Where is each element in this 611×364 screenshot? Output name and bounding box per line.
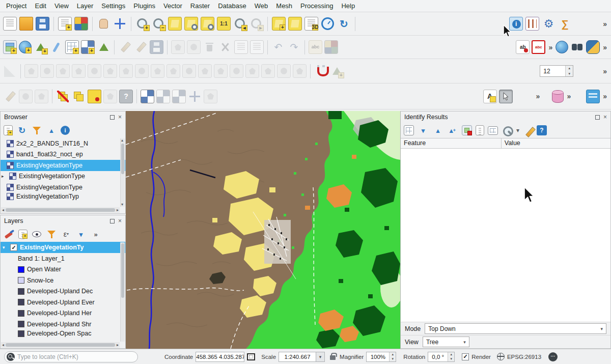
refresh-map-button[interactable]: ↻: [337, 17, 351, 31]
browser-item[interactable]: 2x2_2_BANDS_INT16_N: [1, 138, 125, 149]
add-wms-layer-button[interactable]: +: [81, 40, 95, 54]
layers-vertical-scrollbar[interactable]: [120, 242, 125, 342]
temporal-controller-button[interactable]: [321, 17, 335, 31]
cut-features-button[interactable]: [218, 40, 232, 54]
show-statistics-button[interactable]: ∑: [558, 17, 572, 31]
whats-this-button[interactable]: ?: [119, 90, 133, 103]
browser-refresh-icon[interactable]: ↻: [16, 125, 27, 136]
redo-button[interactable]: ↷: [287, 40, 301, 54]
toolbar4-overflow3-button[interactable]: »: [602, 90, 608, 103]
delete-selected-button[interactable]: [203, 40, 216, 54]
browser-properties-icon[interactable]: i: [61, 126, 70, 135]
view-combobox[interactable]: Tree▾: [423, 337, 469, 347]
copy-paste-style-button[interactable]: [72, 90, 86, 103]
add-postgis-layer-button[interactable]: +: [65, 40, 79, 54]
map-canvas[interactable]: [126, 111, 400, 349]
coordinate-input[interactable]: [196, 352, 244, 362]
rectangle-digitizing-button[interactable]: [35, 90, 48, 103]
save-project-button[interactable]: [36, 17, 49, 31]
font-size-spinner[interactable]: 12 ▴▾: [540, 65, 573, 77]
browser-add-layer-icon[interactable]: +: [4, 125, 13, 135]
browser-vertical-scrollbar[interactable]: ▴ ▾: [120, 138, 125, 207]
add-virtual-layer-button[interactable]: [97, 40, 110, 54]
menu-web[interactable]: Web: [251, 1, 272, 11]
identify-settings-icon[interactable]: [502, 125, 513, 136]
merge-features-button[interactable]: [214, 64, 228, 78]
new-3d-map-view-button[interactable]: 3D: [304, 17, 318, 31]
new-print-layout-button[interactable]: +: [58, 17, 72, 31]
menu-vector[interactable]: Vector: [159, 1, 186, 11]
menu-plugins[interactable]: Plugins: [129, 1, 159, 11]
zoom-next-button[interactable]: ▸: [249, 17, 263, 31]
pan-to-selection-button[interactable]: [113, 17, 127, 31]
feature-column-header[interactable]: Feature: [401, 138, 502, 148]
layer-diagram-button[interactable]: [324, 40, 338, 54]
crs-globe-icon[interactable]: [497, 353, 505, 360]
identify-settings-dropdown-icon[interactable]: ▾: [516, 127, 519, 133]
measure-tool-button[interactable]: [3, 64, 17, 78]
open-project-button[interactable]: [19, 17, 33, 31]
raster-calculator-button[interactable]: [141, 90, 154, 103]
rotation-input[interactable]: [428, 354, 448, 360]
identify-close-icon[interactable]: ×: [603, 114, 607, 120]
vertex-tool-button[interactable]: [187, 40, 201, 54]
simplify-feature-button[interactable]: [56, 64, 70, 78]
menu-database[interactable]: Database: [214, 1, 251, 11]
rotate-point-symbols-button[interactable]: [245, 64, 259, 78]
print-results-icon[interactable]: [488, 126, 498, 135]
lock-scale-icon[interactable]: [330, 355, 336, 360]
new-project-button[interactable]: [3, 17, 17, 31]
enable-tracing-button[interactable]: +: [330, 64, 344, 78]
zoom-to-selection-button[interactable]: [184, 17, 198, 31]
toolbar2-overflow-button[interactable]: »: [602, 40, 608, 54]
avoid-overlap-button[interactable]: [56, 90, 70, 103]
layers-close-icon[interactable]: ×: [118, 218, 122, 224]
browser-item[interactable]: ▸ ExistingVegetationType: [1, 171, 125, 182]
copy-features-button[interactable]: [234, 40, 248, 54]
circle-digitizing-button[interactable]: [19, 90, 33, 103]
toolbar4-overflow1-button[interactable]: »: [535, 90, 541, 103]
delete-part-button[interactable]: [135, 64, 149, 78]
browser-close-icon[interactable]: ×: [118, 114, 122, 120]
delete-ring-button[interactable]: [119, 64, 133, 78]
expand-chevron-icon[interactable]: ▸: [2, 174, 7, 179]
menu-raster[interactable]: Raster: [186, 1, 214, 11]
move-feature-button[interactable]: [24, 64, 38, 78]
scale-dropdown-icon[interactable]: ▾: [316, 352, 325, 362]
current-edits-button[interactable]: [118, 40, 132, 54]
help-icon[interactable]: ?: [537, 125, 547, 135]
zoom-to-layer-button[interactable]: [201, 17, 214, 31]
change-label-button[interactable]: [103, 90, 117, 103]
browser-item[interactable]: ExistingVegetationTyp: [1, 193, 125, 200]
add-raster-layer-button[interactable]: +: [19, 41, 32, 53]
locator-search[interactable]: [4, 351, 138, 362]
mode-combobox[interactable]: Top Down▾: [425, 323, 606, 334]
menu-help[interactable]: Help: [337, 1, 359, 11]
menu-layer[interactable]: Layer: [73, 1, 98, 11]
split-parts-button[interactable]: [198, 64, 212, 78]
layer-styling-icon[interactable]: [4, 229, 15, 240]
raster-align-button[interactable]: [156, 90, 170, 103]
paste-features-button[interactable]: [250, 40, 264, 54]
toolbar4-overflow2-button[interactable]: »: [566, 90, 572, 103]
identify-results-list[interactable]: [401, 149, 610, 322]
render-checkbox[interactable]: ✓: [462, 353, 469, 360]
locator-input[interactable]: [17, 353, 119, 360]
expression-filter-icon[interactable]: ε▾: [61, 229, 72, 240]
browser-item[interactable]: band1_float32_noct_ep: [1, 149, 125, 160]
layers-float-icon[interactable]: [110, 219, 115, 223]
fill-ring-button[interactable]: [103, 64, 117, 78]
python-console-button[interactable]: [586, 40, 600, 54]
browser-float-icon[interactable]: [110, 115, 115, 120]
layers-toolbar-overflow-icon[interactable]: »: [90, 229, 101, 240]
options-button[interactable]: ⚙: [542, 17, 556, 31]
expand-all-icon[interactable]: ▾: [75, 229, 87, 240]
data-source-manager-button[interactable]: +: [3, 40, 17, 54]
browser-filter-icon[interactable]: [31, 125, 42, 136]
show-bookmarks-button[interactable]: [288, 17, 302, 31]
magnifier-spinner[interactable]: ▴▾: [366, 352, 396, 362]
trim-extend-button[interactable]: [277, 64, 291, 78]
split-features-button[interactable]: [182, 64, 196, 78]
rotate-feature-button[interactable]: [40, 64, 54, 78]
menu-settings[interactable]: Settings: [97, 1, 129, 11]
